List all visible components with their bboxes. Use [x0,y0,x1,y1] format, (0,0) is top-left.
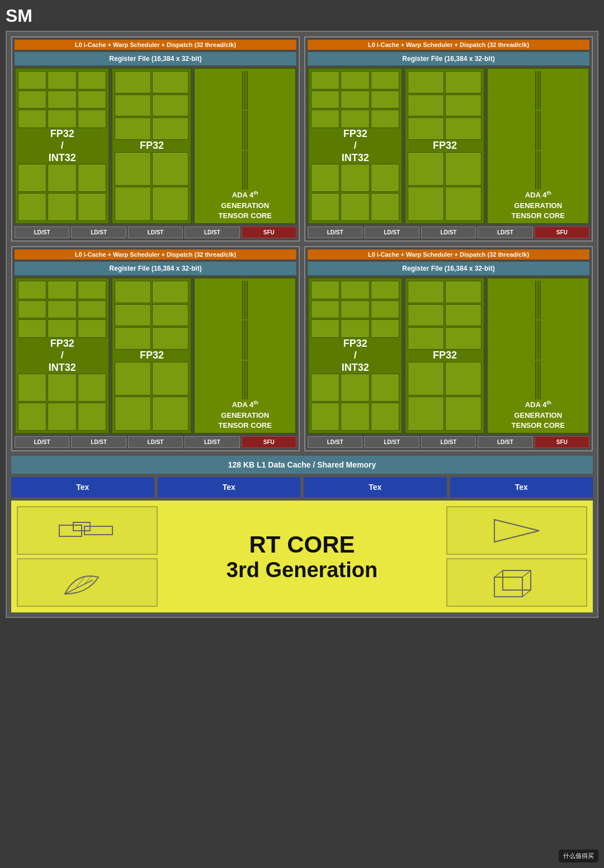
tensor-label-3: ADA 4thGENERATIONTENSOR CORE [219,399,272,431]
ldst-3-4: LD/ST [185,436,239,448]
tex-row: Tex Tex Tex Tex [11,477,593,497]
compute-area-1: FP32/INT32 FP32 [15,68,296,224]
tex-4: Tex [450,477,593,497]
rt-core-section: RT CORE 3rd Generation [11,501,593,612]
register-file-2: Register File (16,384 x 32-bit) [308,52,589,65]
ldst-4-2: LD/ST [364,436,419,448]
ldst-4-4: LD/ST [478,436,532,448]
rt-icon-box-3 [446,506,587,555]
rt-core-title: RT CORE [249,531,355,558]
ldst-3-2: LD/ST [71,436,126,448]
svg-line-7 [494,520,539,531]
svg-line-12 [494,570,503,577]
ldst-4-1: LD/ST [308,436,362,448]
rt-icon-box-4 [446,558,587,607]
fp32-int32-label-2: FP32/INT32 [311,128,399,164]
svg-marker-6 [494,520,539,542]
fp32-int32-label-3: FP32/INT32 [18,338,106,374]
bottom-bar-3: LD/ST LD/ST LD/ST LD/ST SFU [15,436,296,448]
tex-3: Tex [304,477,447,497]
sm-unit-2: L0 i-Cache + Warp Scheduler + Dispatch (… [304,36,593,242]
tensor-2: ADA 4thGENERATIONTENSOR CORE [487,68,589,224]
svg-line-4 [76,577,84,587]
ldst-1-3: LD/ST [128,227,183,238]
fp32-int32-3: FP32/INT32 [15,277,110,434]
ldst-2-3: LD/ST [421,227,476,238]
fp32-3: FP32 [111,277,192,434]
svg-line-8 [494,531,539,542]
sm-unit-1: L0 i-Cache + Warp Scheduler + Dispatch (… [11,36,300,242]
fp32-int32-label-1: FP32/INT32 [18,128,106,164]
l0-bar-4: L0 i-Cache + Warp Scheduler + Dispatch (… [308,249,589,260]
rt-gen-title: 3rd Generation [226,558,378,582]
sfu-2: SFU [535,227,589,238]
tex-2: Tex [158,477,301,497]
svg-line-14 [522,590,531,597]
ldst-2-4: LD/ST [478,227,532,238]
tensor-label-4: ADA 4thGENERATIONTENSOR CORE [512,399,565,431]
ldst-2-2: LD/ST [364,227,419,238]
tensor-4: ADA 4thGENERATIONTENSOR CORE [487,277,589,434]
register-file-1: Register File (16,384 x 32-bit) [15,52,296,65]
ldst-1-4: LD/ST [185,227,239,238]
sm-grid: L0 i-Cache + Warp Scheduler + Dispatch (… [11,36,593,451]
ldst-1-1: LD/ST [15,227,69,238]
rt-title: RT CORE 3rd Generation [161,506,443,607]
l0-bar-1: L0 i-Cache + Warp Scheduler + Dispatch (… [15,40,296,50]
rt-icon-geometry [54,514,121,548]
sfu-3: SFU [242,436,296,448]
fp32-2: FP32 [404,68,485,224]
fp32-int32-label-4: FP32/INT32 [311,338,399,374]
fp32-label-1: FP32 [115,140,188,152]
sm-unit-3: L0 i-Cache + Warp Scheduler + Dispatch (… [11,246,300,451]
rt-icon-leaf [54,566,121,600]
watermark: 什么值得买 [559,850,598,862]
compute-area-2: FP32/INT32 FP32 [308,68,589,224]
bottom-bar-1: LD/ST LD/ST LD/ST LD/ST SFU [15,227,296,238]
svg-rect-10 [494,577,522,597]
bottom-bar-4: LD/ST LD/ST LD/ST LD/ST SFU [308,436,589,448]
register-file-3: Register File (16,384 x 32-bit) [15,262,296,275]
sm-unit-4: L0 i-Cache + Warp Scheduler + Dispatch (… [304,246,593,451]
fp32-label-4: FP32 [408,350,482,362]
fp32-int32-4: FP32/INT32 [308,277,403,434]
rt-right-icons [446,506,587,607]
rt-icon-box-3d [483,566,550,600]
l0-bar-2: L0 i-Cache + Warp Scheduler + Dispatch (… [308,40,589,50]
fp32-label-3: FP32 [115,350,188,362]
ldst-1-2: LD/ST [71,227,126,238]
rt-icon-triangle [483,514,550,548]
ldst-2-1: LD/ST [308,227,362,238]
fp32-1: FP32 [111,68,192,224]
sfu-4: SFU [535,436,589,448]
fp32-4: FP32 [404,277,485,434]
tex-1: Tex [11,477,154,497]
outer-container: L0 i-Cache + Warp Scheduler + Dispatch (… [6,31,598,618]
register-file-4: Register File (16,384 x 32-bit) [308,262,589,275]
sfu-1: SFU [242,227,296,238]
fp32-int32-1: FP32/INT32 [15,68,110,224]
fp32-int32-2: FP32/INT32 [308,68,403,224]
ldst-3-3: LD/ST [128,436,183,448]
rt-icon-box-1 [17,506,158,555]
ldst-4-3: LD/ST [421,436,476,448]
tensor-label-2: ADA 4thGENERATIONTENSOR CORE [512,190,565,221]
compute-area-3: FP32/INT32 FP32 [15,277,296,434]
bottom-bar-2: LD/ST LD/ST LD/ST LD/ST SFU [308,227,589,238]
compute-area-4: FP32/INT32 FP32 [308,277,589,434]
tensor-3: ADA 4thGENERATIONTENSOR CORE [194,277,296,434]
ldst-3-1: LD/ST [15,436,69,448]
rt-left-icons [17,506,158,607]
tensor-label-1: ADA 4thGENERATIONTENSOR CORE [219,190,272,221]
tensor-1: ADA 4thGENERATIONTENSOR CORE [194,68,296,224]
sm-title: SM [6,6,598,26]
fp32-label-2: FP32 [408,140,482,152]
l0-bar-3: L0 i-Cache + Warp Scheduler + Dispatch (… [15,249,296,260]
l1-cache-bar: 128 KB L1 Data Cache / Shared Memory [11,456,593,474]
svg-line-13 [522,570,531,577]
rt-icon-box-2 [17,558,158,607]
